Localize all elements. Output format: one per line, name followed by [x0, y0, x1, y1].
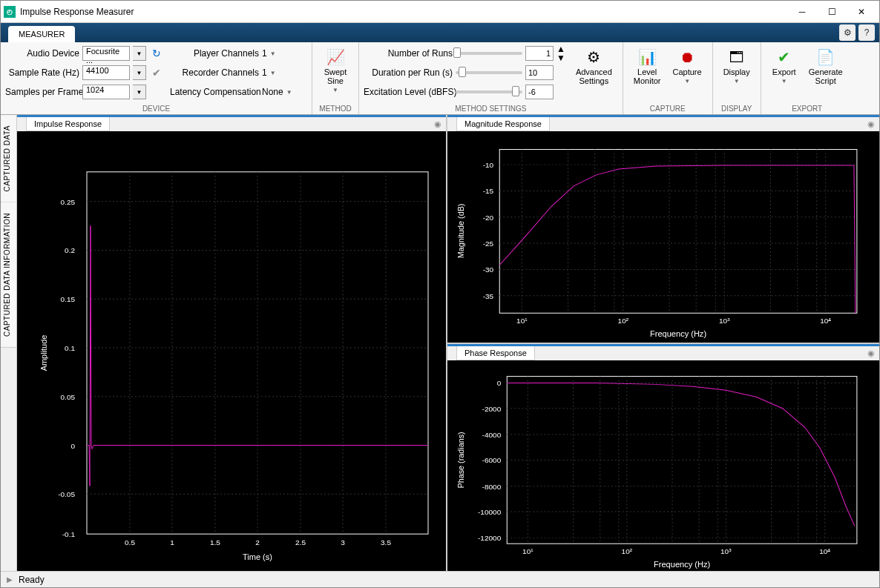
recorder-channels-label: Recorder Channels	[170, 67, 259, 78]
tab-measurer[interactable]: MEASURER	[8, 26, 75, 42]
runs-stepper[interactable]: ▲▼	[556, 44, 565, 62]
swept-sine-button[interactable]: 📈 Swept Sine ▼	[317, 45, 354, 96]
status-text: Ready	[19, 575, 45, 585]
svg-text:0.05: 0.05	[61, 393, 76, 401]
player-channels-value[interactable]: 1	[262, 48, 267, 59]
group-method: 📈 Swept Sine ▼ METHOD	[312, 42, 359, 114]
svg-text:Magnitude (dB): Magnitude (dB)	[456, 204, 465, 259]
sample-rate-input[interactable]: 44100	[82, 65, 130, 80]
svg-text:-2000: -2000	[482, 404, 502, 412]
svg-text:0.1: 0.1	[65, 344, 75, 352]
phase-menu-icon[interactable]: ◉	[867, 348, 875, 358]
chevron-down-icon: ▼	[684, 78, 690, 85]
group-device-label: DEVICE	[5, 103, 307, 114]
latency-comp-value[interactable]: None	[262, 87, 283, 97]
svg-text:10¹: 10¹	[516, 317, 528, 325]
svg-text:-15: -15	[483, 187, 494, 195]
swept-sine-icon: 📈	[326, 48, 344, 66]
svg-text:0: 0	[497, 379, 502, 387]
runs-slider[interactable]	[456, 52, 522, 55]
duration-slider[interactable]	[456, 71, 522, 74]
display-button[interactable]: 🗔 Display ▼	[718, 45, 756, 87]
audio-device-select[interactable]: Focusrite ...	[82, 46, 130, 61]
svg-text:10³: 10³	[719, 317, 730, 325]
play-icon[interactable]: ▶	[7, 575, 13, 584]
sidetab-captured-info[interactable]: CAPTURED DATA INFORMATION	[1, 202, 16, 348]
runs-input[interactable]: 1	[525, 46, 554, 61]
magnitude-menu-icon[interactable]: ◉	[867, 119, 875, 129]
svg-text:-10000: -10000	[478, 508, 502, 516]
svg-text:0.2: 0.2	[65, 246, 75, 254]
svg-text:0.5: 0.5	[125, 538, 135, 546]
samples-frame-input[interactable]: 1024	[82, 85, 130, 99]
svg-text:Amplitude: Amplitude	[39, 335, 48, 371]
svg-rect-32	[499, 150, 857, 314]
svg-text:10²: 10²	[618, 317, 629, 325]
group-method-label: METHOD	[317, 103, 354, 114]
chevron-down-icon: ▼	[781, 78, 787, 85]
help-icon[interactable]: ?	[858, 24, 875, 41]
maximize-button[interactable]: ☐	[817, 1, 847, 22]
svg-text:-4000: -4000	[482, 431, 502, 439]
svg-text:Phase (radians): Phase (radians)	[456, 432, 465, 488]
advanced-settings-button[interactable]: ⚙ Advanced Settings	[570, 45, 618, 88]
sidetab-captured-data[interactable]: CAPTURED DATA	[1, 115, 16, 202]
level-monitor-button[interactable]: 📊 Level Monitor	[628, 45, 667, 88]
latency-comp-label: Latency Compensation	[170, 87, 259, 97]
export-icon: ✔	[775, 48, 793, 66]
side-tabs: CAPTURED DATA CAPTURED DATA INFORMATION	[1, 115, 17, 571]
phase-chart: 0-2000-4000-6000-8000-10000-12000 10¹10²…	[447, 360, 879, 572]
audio-device-dropdown[interactable]: ▼	[133, 46, 146, 61]
audio-device-label: Audio Device	[5, 48, 79, 59]
svg-text:0.15: 0.15	[61, 295, 76, 303]
samples-frame-label: Samples per Frame	[5, 87, 79, 97]
magnitude-plot-pane: Magnitude Response ◉ -10-15-20-25-30-35	[447, 115, 879, 344]
magnitude-tab[interactable]: Magnitude Response	[456, 117, 550, 131]
group-export-label: EXPORT	[766, 103, 849, 114]
minimize-button[interactable]: ─	[787, 1, 817, 22]
svg-text:-20: -20	[483, 214, 494, 222]
level-monitor-icon: 📊	[638, 48, 656, 66]
phase-plot-pane: Phase Response ◉ 0-2000-4000-6000-8000-1…	[447, 344, 879, 572]
svg-text:-0.05: -0.05	[58, 490, 75, 498]
generate-script-button[interactable]: 📄 Generate Script	[803, 45, 849, 88]
phase-tab[interactable]: Phase Response	[456, 346, 535, 360]
svg-text:10⁴: 10⁴	[820, 317, 831, 325]
impulse-menu-icon[interactable]: ◉	[434, 119, 441, 129]
chevron-down-icon: ▼	[332, 87, 338, 93]
group-device: Audio Device Focusrite ...▼ ↻ Sample Rat…	[1, 42, 312, 114]
export-button[interactable]: ✔ Export ▼	[766, 45, 803, 87]
player-channels-dropdown[interactable]: ▼	[270, 50, 276, 57]
svg-text:2: 2	[255, 538, 260, 546]
svg-text:-30: -30	[483, 265, 494, 274]
status-bar: ▶ Ready	[1, 571, 879, 587]
svg-text:Frequency (Hz): Frequency (Hz)	[654, 559, 710, 568]
duration-label: Duration per Run (s)	[364, 67, 453, 78]
group-method-settings: Number of Runs 1 ▲▼ Duration per Run (s)…	[359, 42, 623, 114]
svg-text:-6000: -6000	[482, 456, 502, 464]
samples-frame-dropdown[interactable]: ▼	[133, 85, 146, 99]
excitation-input[interactable]: -6	[525, 85, 554, 99]
app-icon: ◴	[4, 6, 16, 18]
duration-input[interactable]: 10	[525, 65, 554, 80]
refresh-icon[interactable]: ↻	[149, 46, 164, 61]
close-button[interactable]: ✕	[847, 1, 876, 22]
settings-icon[interactable]: ⚙	[839, 24, 856, 41]
sample-rate-label: Sample Rate (Hz)	[5, 67, 79, 78]
svg-text:-12000: -12000	[478, 534, 502, 542]
group-method-settings-label: METHOD SETTINGS	[364, 103, 618, 114]
recorder-channels-dropdown[interactable]: ▼	[270, 70, 276, 76]
svg-text:-25: -25	[483, 240, 494, 248]
group-capture-label: CAPTURE	[628, 103, 708, 114]
apply-icon[interactable]: ✔	[149, 65, 164, 80]
latency-comp-dropdown[interactable]: ▼	[286, 89, 292, 96]
capture-button[interactable]: ⏺ Capture ▼	[667, 45, 708, 87]
excitation-slider[interactable]	[456, 90, 522, 93]
svg-text:10¹: 10¹	[522, 547, 533, 555]
recorder-channels-value[interactable]: 1	[262, 67, 267, 78]
svg-text:10³: 10³	[720, 547, 732, 555]
gear-icon: ⚙	[585, 48, 602, 66]
svg-text:0: 0	[70, 442, 75, 450]
impulse-tab[interactable]: Impulse Response	[26, 117, 110, 131]
sample-rate-dropdown[interactable]: ▼	[133, 65, 146, 80]
